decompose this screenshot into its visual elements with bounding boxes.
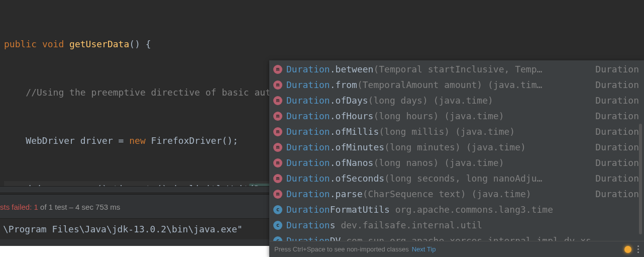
- suggestion-return-type: Duration: [595, 126, 639, 137]
- tests-failed-count: 1: [34, 203, 38, 211]
- suggestion-main: Duration.ofNanos(long nanos) (java.time): [286, 157, 586, 168]
- signature-tail: () {: [129, 39, 151, 49]
- more-options-icon[interactable]: [637, 245, 639, 253]
- method-icon: m: [273, 127, 282, 136]
- suggestion-item[interactable]: mDuration.ofMillis(long millis) (java.ti…: [269, 124, 644, 139]
- suggestion-main: Duration.parse(CharSequence text) (java.…: [286, 189, 586, 199]
- suggestion-main: DurationDV com.sun.org.apache.xerces.int…: [286, 235, 639, 241]
- suggestion-main: DurationFormatUtils org.apache.commons.l…: [286, 204, 639, 215]
- suggestion-main: Duration.ofSeconds(long seconds, long na…: [286, 173, 586, 184]
- suggestion-return-type: Duration: [595, 142, 639, 152]
- console-text: \Program Files\Java\jdk-13.0.2\bin\java.…: [3, 224, 243, 234]
- suggestion-return-type: Duration: [595, 95, 639, 106]
- class-icon: c: [273, 221, 282, 230]
- method-icon: m: [273, 190, 282, 199]
- suggestion-footer: Press Ctrl+Space to see non-imported cla…: [269, 241, 644, 257]
- suggestion-return-type: Duration: [595, 189, 639, 199]
- next-tip-link[interactable]: Next Tip: [412, 245, 436, 253]
- code-editor[interactable]: public void getUserData() { //Using the …: [0, 0, 644, 257]
- suggestion-return-type: Duration: [595, 111, 639, 121]
- code-text: WebDriver driver =: [26, 135, 129, 146]
- suggestion-list[interactable]: mDuration.between(Temporal startInclusiv…: [269, 60, 644, 241]
- method-icon: m: [273, 174, 282, 183]
- suggestion-item[interactable]: mDuration.ofDays(long days) (java.time)D…: [269, 93, 644, 108]
- suggestion-item[interactable]: mDuration.between(Temporal startInclusiv…: [269, 61, 644, 77]
- suggestion-main: Duration.from(TemporalAmount amount) (ja…: [286, 79, 586, 90]
- suggestion-item[interactable]: mDuration.ofNanos(long nanos) (java.time…: [269, 155, 644, 170]
- suggestion-item[interactable]: mDuration.ofMinutes(long minutes) (java.…: [269, 139, 644, 155]
- method-icon: m: [273, 96, 282, 105]
- method-icon: m: [273, 80, 282, 90]
- keyword-new: new: [129, 135, 146, 146]
- keyword-void: void: [42, 39, 64, 49]
- method-icon: m: [273, 112, 282, 121]
- intention-bulb-icon[interactable]: [624, 246, 631, 253]
- code-text: FirefoxDriver();: [146, 135, 238, 146]
- suggestion-item[interactable]: cDurationFormatUtils org.apache.commons.…: [269, 202, 644, 217]
- tests-summary: of 1 test – 4 sec 753 ms: [40, 203, 120, 211]
- suggestion-main: Duration.ofHours(long hours) (java.time): [286, 111, 586, 121]
- suggestion-item[interactable]: mDuration.from(TemporalAmount amount) (j…: [269, 77, 644, 93]
- suggestion-return-type: Duration: [595, 157, 639, 168]
- suggestion-main: Duration.ofMillis(long millis) (java.tim…: [286, 126, 586, 137]
- suggestion-return-type: Duration: [595, 79, 639, 90]
- suggestion-scrollbar[interactable]: [639, 124, 642, 234]
- suggestion-main: Duration.ofDays(long days) (java.time): [286, 95, 586, 106]
- class-icon: c: [273, 236, 282, 241]
- suggestion-return-type: Duration: [595, 173, 639, 184]
- class-icon: c: [273, 205, 282, 214]
- method-name: getUserData: [69, 39, 129, 49]
- suggestion-main: Duration.ofMinutes(long minutes) (java.t…: [286, 142, 586, 152]
- keyword-public: public: [4, 39, 37, 49]
- suggestion-item[interactable]: cDurations dev.failsafe.internal.util: [269, 217, 644, 233]
- method-icon: m: [273, 158, 282, 167]
- tests-failed-label: sts failed:: [0, 203, 32, 211]
- method-icon: m: [273, 143, 282, 152]
- suggestion-item[interactable]: mDuration.parse(CharSequence text) (java…: [269, 186, 644, 202]
- suggestion-item[interactable]: mDuration.ofSeconds(long seconds, long n…: [269, 170, 644, 186]
- suggestion-item[interactable]: mDuration.ofHours(long hours) (java.time…: [269, 108, 644, 124]
- code-line: public void getUserData() {: [4, 36, 644, 52]
- method-icon: m: [273, 65, 282, 74]
- suggestion-main: Durations dev.failsafe.internal.util: [286, 220, 639, 230]
- suggestion-main: Duration.between(Temporal startInclusive…: [286, 64, 586, 74]
- suggestion-return-type: Duration: [595, 64, 639, 74]
- footer-hint: Press Ctrl+Space to see non-imported cla…: [274, 245, 409, 253]
- suggestion-item[interactable]: cDurationDV com.sun.org.apache.xerces.in…: [269, 233, 644, 241]
- code-completion-popup[interactable]: mDuration.between(Temporal startInclusiv…: [269, 60, 644, 257]
